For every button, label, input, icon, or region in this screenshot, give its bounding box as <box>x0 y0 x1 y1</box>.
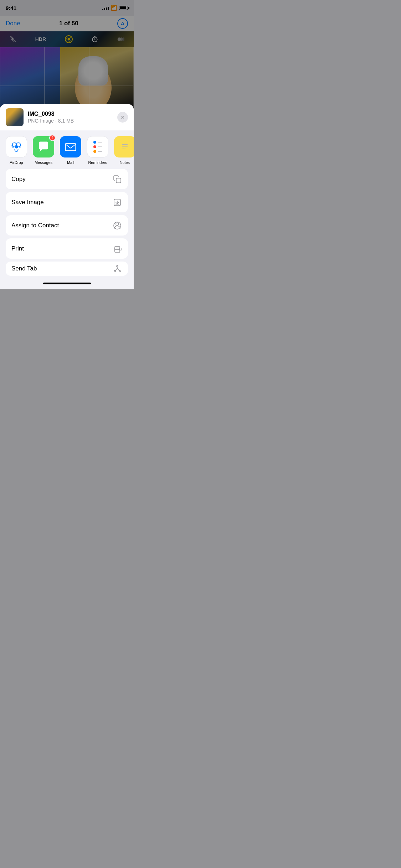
close-button[interactable]: ✕ <box>117 112 128 123</box>
svg-point-17 <box>119 249 120 249</box>
messages-label: Messages <box>35 160 52 165</box>
svg-rect-7 <box>120 142 129 152</box>
share-app-reminders[interactable]: Reminders <box>87 136 108 165</box>
mail-icon <box>60 136 81 157</box>
messages-icon: 2 <box>33 136 54 157</box>
send-tab-icon <box>112 264 122 274</box>
mail-label: Mail <box>67 160 74 165</box>
home-bar <box>43 283 91 284</box>
file-meta: PNG Image · 8.1 MB <box>28 118 117 124</box>
assign-contact-label: Assign to Contact <box>11 222 112 229</box>
save-image-action[interactable]: Save Image <box>6 192 128 212</box>
action-list: Copy Save Image Assign to <box>6 169 128 276</box>
file-info-row: IMG_0098 PNG Image · 8.1 MB ✕ <box>0 104 134 130</box>
copy-icon <box>112 174 122 184</box>
share-app-mail[interactable]: Mail <box>60 136 81 165</box>
svg-point-19 <box>114 270 115 272</box>
print-action[interactable]: Print <box>6 238 128 259</box>
airdrop-icon <box>6 136 27 157</box>
file-thumbnail <box>6 108 24 126</box>
share-app-notes[interactable]: Notes <box>114 136 134 165</box>
messages-badge: 2 <box>49 135 56 141</box>
notes-label: Notes <box>120 160 130 165</box>
share-app-messages[interactable]: 2 Messages <box>33 136 54 165</box>
save-image-icon <box>112 197 122 207</box>
save-image-label: Save Image <box>11 199 112 206</box>
file-name: IMG_0098 <box>28 111 117 117</box>
home-indicator <box>0 277 134 289</box>
notes-icon <box>114 136 134 157</box>
copy-action[interactable]: Copy <box>6 169 128 189</box>
svg-point-5 <box>15 145 18 148</box>
svg-rect-16 <box>115 249 120 252</box>
copy-label: Copy <box>11 176 112 183</box>
airdrop-label: AirDrop <box>10 160 23 165</box>
share-app-airdrop[interactable]: AirDrop <box>6 136 27 165</box>
print-icon <box>112 244 122 254</box>
assign-contact-action[interactable]: Assign to Contact <box>6 215 128 236</box>
print-label: Print <box>11 245 112 252</box>
svg-rect-6 <box>66 144 76 151</box>
svg-point-20 <box>119 270 120 272</box>
reminders-label: Reminders <box>88 160 107 165</box>
svg-point-14 <box>116 223 119 226</box>
send-tab-action[interactable]: Send Tab <box>6 262 128 276</box>
send-tab-label: Send Tab <box>11 265 112 272</box>
share-sheet: IMG_0098 PNG Image · 8.1 MB ✕ AirDrop <box>0 104 134 289</box>
reminders-icon <box>87 136 108 157</box>
share-apps-row: AirDrop 2 Messages Mail <box>0 133 134 169</box>
svg-rect-11 <box>116 178 121 183</box>
assign-contact-icon <box>112 221 122 231</box>
file-details: IMG_0098 PNG Image · 8.1 MB <box>28 111 117 124</box>
